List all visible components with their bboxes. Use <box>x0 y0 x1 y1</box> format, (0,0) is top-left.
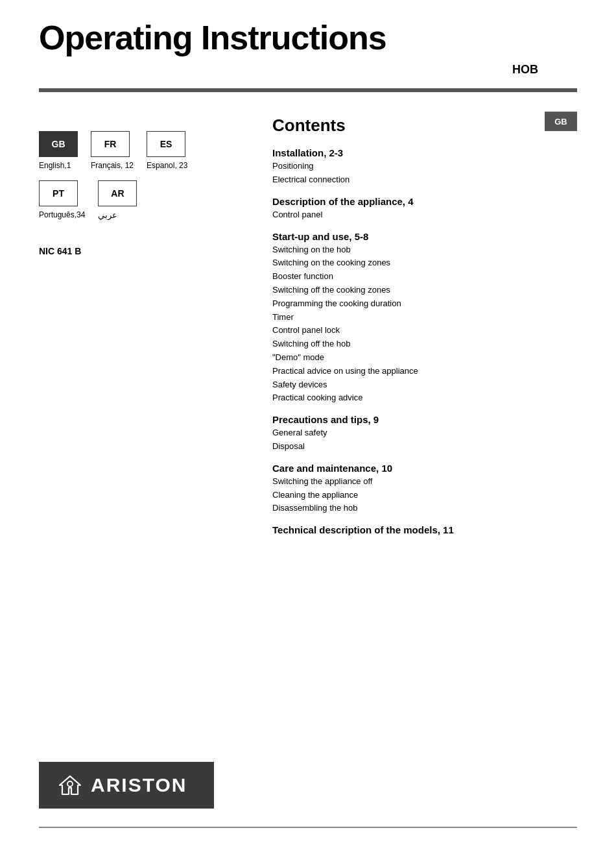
lang-item-fr: FR Français, 12 <box>91 131 134 170</box>
item-safety-devices: Safety devices <box>272 378 577 392</box>
item-switching-off-hob: Switching off the hob <box>272 337 577 351</box>
ariston-box: ARISTON <box>39 762 214 809</box>
gb-badge: GB <box>545 112 577 131</box>
section-technical-heading: Technical description of the models, 11 <box>272 524 577 535</box>
lang-box-es: ES <box>147 131 185 157</box>
lang-label-pt: Português,34 <box>39 210 85 219</box>
item-positioning: Positioning <box>272 160 577 173</box>
language-row-2: PT Português,34 AR عربي <box>39 180 246 220</box>
lang-item-es: ES Espanol, 23 <box>147 131 187 170</box>
contents-title: Contents <box>272 116 577 136</box>
item-general-safety: General safety <box>272 426 577 440</box>
item-control-panel: Control panel <box>272 208 577 222</box>
page-title: Operating Instructions <box>39 19 577 56</box>
item-switching-off-zones: Switching off the cooking zones <box>272 284 577 297</box>
item-cleaning: Cleaning the appliance <box>272 489 577 502</box>
item-practical-advice: Practical advice on using the appliance <box>272 365 577 378</box>
item-switching-appliance-off: Switching the appliance off <box>272 475 577 489</box>
section-startup-heading: Start-up and use, 5-8 <box>272 231 577 242</box>
language-row-1: GB English,1 FR Français, 12 ES Espanol,… <box>39 131 246 170</box>
left-column: GB English,1 FR Français, 12 ES Espanol,… <box>39 112 246 537</box>
lang-box-gb: GB <box>39 131 78 157</box>
svg-point-1 <box>67 781 73 786</box>
item-panel-lock: Control panel lock <box>272 324 577 337</box>
lang-box-pt: PT <box>39 180 78 206</box>
brand-logo: ARISTON <box>39 762 214 809</box>
item-programming: Programming the cooking duration <box>272 297 577 311</box>
item-booster: Booster function <box>272 270 577 284</box>
section-care-items: Switching the appliance off Cleaning the… <box>272 475 577 515</box>
lang-item-gb: GB English,1 <box>39 131 78 170</box>
item-switching-on-zones: Switching on the cooking zones <box>272 256 577 270</box>
page: Operating Instructions HOB GB English,1 … <box>0 0 616 841</box>
item-disassembling: Disassembling the hob <box>272 502 577 515</box>
section-description-items: Control panel <box>272 208 577 222</box>
lang-item-ar: AR عربي <box>98 180 137 220</box>
item-disposal: Disposal <box>272 440 577 454</box>
section-description-heading: Description of the appliance, 4 <box>272 196 577 207</box>
model-name: NIC 641 B <box>39 246 246 256</box>
ariston-brand-name: ARISTON <box>91 774 187 796</box>
lang-box-ar: AR <box>98 180 137 206</box>
item-demo-mode: "Demo" mode <box>272 351 577 365</box>
main-content: GB English,1 FR Français, 12 ES Espanol,… <box>0 92 616 556</box>
section-care-heading: Care and maintenance, 10 <box>272 463 577 474</box>
item-electrical-connection: Electrical connection <box>272 173 577 187</box>
lang-label-ar: عربي <box>98 210 117 220</box>
item-switching-on-hob: Switching on the hob <box>272 243 577 257</box>
hob-subtitle: HOB <box>39 63 577 77</box>
section-startup-items: Switching on the hob Switching on the co… <box>272 243 577 406</box>
item-timer: Timer <box>272 311 577 324</box>
ariston-home-icon <box>58 774 82 797</box>
contents-section: GB Contents Installation, 2-3 Positionin… <box>272 112 577 537</box>
section-installation-items: Positioning Electrical connection <box>272 160 577 187</box>
section-precautions-items: General safety Disposal <box>272 426 577 454</box>
lang-label-es: Espanol, 23 <box>147 161 187 170</box>
item-cooking-advice: Practical cooking advice <box>272 391 577 405</box>
svg-marker-0 <box>60 776 80 794</box>
section-installation-heading: Installation, 2-3 <box>272 147 577 158</box>
lang-item-pt: PT Português,34 <box>39 180 85 219</box>
header: Operating Instructions HOB <box>0 0 616 83</box>
lang-label-gb: English,1 <box>39 161 71 170</box>
section-precautions-heading: Precautions and tips, 9 <box>272 414 577 425</box>
lang-box-fr: FR <box>91 131 130 157</box>
lang-label-fr: Français, 12 <box>91 161 134 170</box>
bottom-divider <box>39 827 577 828</box>
